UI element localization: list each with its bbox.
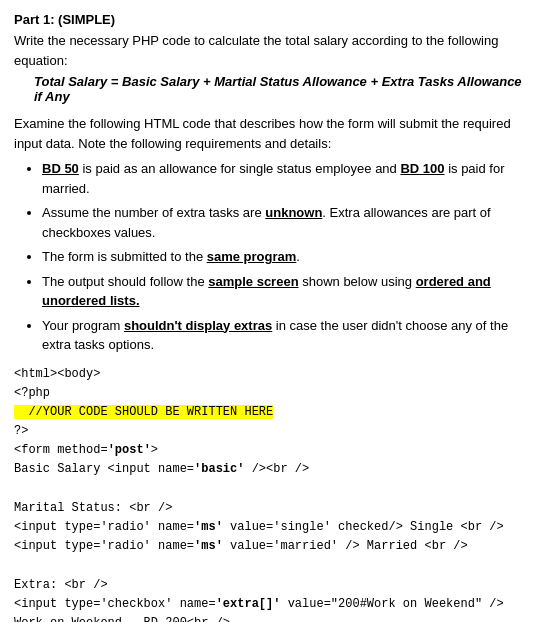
code-block: <html><body> <?php //YOUR CODE SHOULD BE…	[14, 365, 529, 623]
bullet-2: Assume the number of extra tasks are unk…	[42, 203, 529, 242]
code-line-9: <input type='radio' name='ms' value='sin…	[14, 518, 529, 537]
code-line-6: Basic Salary <input name='basic' /><br /…	[14, 460, 529, 479]
code-line-1: <html><body>	[14, 365, 529, 384]
code-line-12: Extra: <br />	[14, 576, 529, 595]
code-line-5: <form method='post'>	[14, 441, 529, 460]
requirements-list: BD 50 is paid as an allowance for single…	[42, 159, 529, 355]
code-line-4: ?>	[14, 422, 529, 441]
code-line-10: <input type='radio' name='ms' value='mar…	[14, 537, 529, 556]
code-line-2: <?php	[14, 384, 529, 403]
code-line-3: //YOUR CODE SHOULD BE WRITTEN HERE	[14, 403, 529, 422]
examine-text: Examine the following HTML code that des…	[14, 114, 529, 153]
part-title: Part 1: (SIMPLE)	[14, 12, 529, 27]
highlighted-comment: //YOUR CODE SHOULD BE WRITTEN HERE	[14, 405, 273, 419]
code-line-7	[14, 480, 529, 499]
bullet-5: Your program shouldn't display extras in…	[42, 316, 529, 355]
equation: Total Salary = Basic Salary + Martial St…	[34, 74, 529, 104]
intro-text: Write the necessary PHP code to calculat…	[14, 31, 529, 70]
code-line-8: Marital Status: <br />	[14, 499, 529, 518]
bullet-3: The form is submitted to the same progra…	[42, 247, 529, 267]
bullet-4: The output should follow the sample scre…	[42, 272, 529, 311]
code-line-14: Work on Weekend - BD 200<br />	[14, 614, 529, 622]
bullet-1: BD 50 is paid as an allowance for single…	[42, 159, 529, 198]
code-line-11	[14, 556, 529, 575]
page-content: Part 1: (SIMPLE) Write the necessary PHP…	[14, 12, 529, 622]
code-line-13: <input type='checkbox' name='extra[]' va…	[14, 595, 529, 614]
